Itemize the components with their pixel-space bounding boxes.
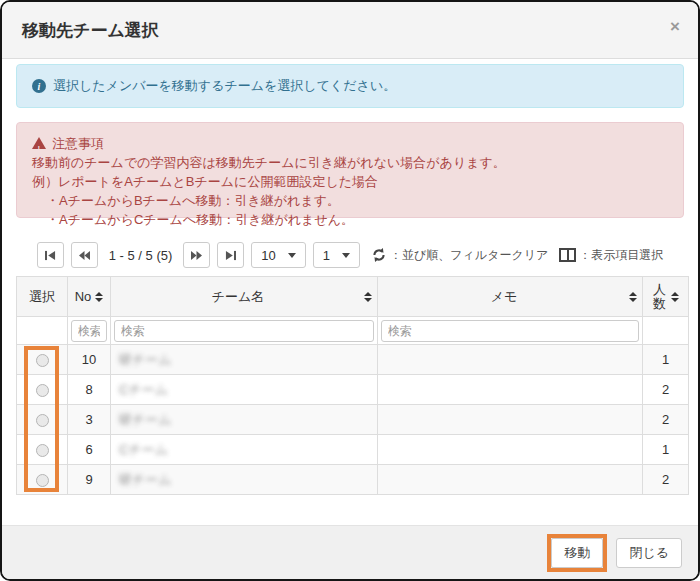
table-row: 10 研チーム 1	[17, 345, 689, 375]
team-no: 8	[68, 375, 111, 405]
table-row: 6 Cチーム 1	[17, 435, 689, 465]
warning-alert: ! 注意事項 移動前のチームでの学習内容は移動先チームに引き継がれない場合があり…	[16, 122, 684, 218]
close-icon[interactable]: ×	[670, 18, 680, 35]
page-size-value: 10	[261, 248, 275, 263]
team-memo	[378, 345, 643, 375]
team-memo	[378, 435, 643, 465]
modal-body: i 選択したメンバーを移動するチームを選択してください。 ! 注意事項 移動前の…	[2, 59, 698, 495]
sort-icon	[671, 292, 679, 302]
warning-line: 例）レポートをAチームとBチームに公開範囲設定した場合	[32, 172, 668, 191]
sort-icon	[629, 292, 637, 302]
table-row: 3 研チーム 2	[17, 405, 689, 435]
team-memo	[378, 375, 643, 405]
warning-line: ・AチームからBチームへ移動：引き継がれます。	[32, 191, 668, 210]
column-header-memo[interactable]: メモ	[378, 277, 643, 317]
team-table: 選択 No チーム名 メモ 人数	[16, 276, 689, 495]
column-header-select: 選択	[17, 277, 68, 317]
sort-icon	[95, 292, 103, 302]
team-radio[interactable]	[36, 354, 49, 367]
page-range-info: 1 - 5 / 5 (5)	[105, 248, 177, 263]
table-header-row: 選択 No チーム名 メモ 人数	[17, 277, 689, 317]
team-count: 2	[643, 465, 689, 495]
team-no: 9	[68, 465, 111, 495]
team-name-blurred: Cチーム	[119, 382, 168, 397]
warning-icon: !	[32, 137, 46, 149]
last-page-button[interactable]	[217, 242, 244, 268]
column-header-team[interactable]: チーム名	[111, 277, 378, 317]
team-radio[interactable]	[36, 444, 49, 457]
refresh-icon[interactable]	[371, 247, 387, 263]
info-alert: i 選択したメンバーを移動するチームを選択してください。	[16, 64, 684, 108]
page-title: 移動先チーム選択	[22, 19, 159, 42]
move-button[interactable]: 移動	[551, 538, 603, 568]
team-count: 2	[643, 375, 689, 405]
warning-line: 移動前のチームでの学習内容は移動先チームに引き継がれない場合があります。	[32, 153, 668, 172]
sort-icon	[364, 292, 372, 302]
team-no: 3	[68, 405, 111, 435]
chevron-down-icon	[342, 253, 350, 258]
column-header-count[interactable]: 人数	[643, 277, 689, 317]
chevron-down-icon	[288, 253, 296, 258]
warning-line: ・AチームからCチームへ移動：引き継がれません。	[32, 210, 668, 229]
team-no: 6	[68, 435, 111, 465]
info-alert-text: 選択したメンバーを移動するチームを選択してください。	[53, 77, 396, 95]
team-name-blurred: 研チーム	[119, 352, 172, 367]
info-icon: i	[32, 79, 46, 93]
page-size-select[interactable]: 10	[251, 242, 305, 268]
team-name-blurred: 研チーム	[119, 412, 172, 427]
column-select-label: ：表示項目選択	[579, 247, 663, 264]
team-select-modal: 移動先チーム選択 × i 選択したメンバーを移動するチームを選択してください。 …	[0, 0, 700, 581]
team-memo	[378, 405, 643, 435]
team-radio[interactable]	[36, 474, 49, 487]
search-input-team[interactable]	[114, 320, 374, 342]
team-radio[interactable]	[36, 384, 49, 397]
column-header-no[interactable]: No	[68, 277, 111, 317]
search-input-memo[interactable]	[381, 320, 639, 342]
page-number-value: 1	[323, 248, 330, 263]
table-row: 9 研チーム 2	[17, 465, 689, 495]
modal-footer: 移動 閉じる	[2, 525, 698, 579]
first-page-button[interactable]	[37, 242, 64, 268]
next-page-button[interactable]	[183, 242, 210, 268]
search-input-no[interactable]	[71, 320, 107, 342]
team-radio[interactable]	[36, 414, 49, 427]
annotation-box-move-button: 移動	[547, 534, 607, 572]
warning-heading: 注意事項	[52, 134, 104, 153]
prev-page-button[interactable]	[71, 242, 98, 268]
close-button[interactable]: 閉じる	[616, 538, 682, 568]
pagination: 1 - 5 / 5 (5) 10 1	[16, 242, 684, 268]
modal-header: 移動先チーム選択 ×	[2, 2, 698, 59]
team-count: 2	[643, 405, 689, 435]
team-name-blurred: 研チーム	[119, 472, 172, 487]
column-select-icon[interactable]	[559, 248, 576, 262]
sort-filter-clear-label: ：並び順、フィルタークリア	[390, 247, 548, 264]
table-filter-row	[17, 317, 689, 345]
team-name-blurred: Cチーム	[119, 442, 168, 457]
team-count: 1	[643, 435, 689, 465]
table-row: 8 Cチーム 2	[17, 375, 689, 405]
team-count: 1	[643, 345, 689, 375]
team-memo	[378, 465, 643, 495]
team-no: 10	[68, 345, 111, 375]
page-number-select[interactable]: 1	[313, 242, 360, 268]
